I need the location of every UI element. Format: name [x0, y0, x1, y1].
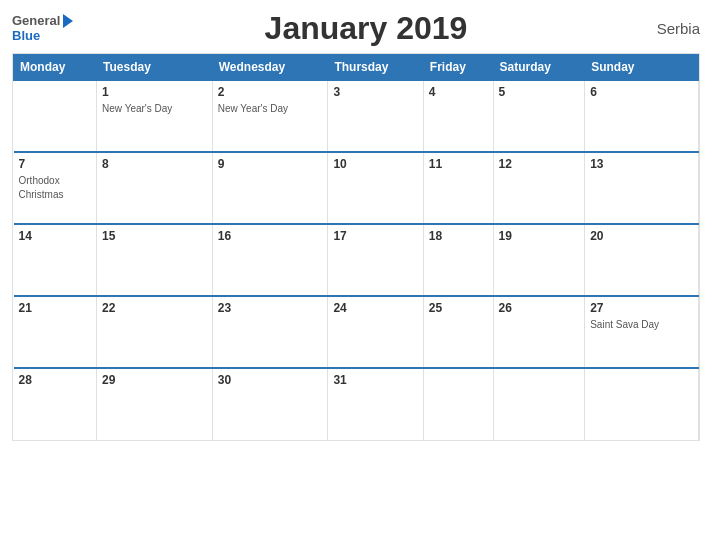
calendar-cell: 27Saint Sava Day — [585, 296, 699, 368]
day-number: 22 — [102, 301, 207, 315]
calendar-cell: 14 — [14, 224, 97, 296]
day-number: 12 — [499, 157, 580, 171]
calendar-body: 1New Year's Day2New Year's Day34567Ortho… — [14, 80, 699, 440]
day-header-monday: Monday — [14, 55, 97, 81]
calendar-cell: 10 — [328, 152, 423, 224]
calendar-cell: 1New Year's Day — [97, 80, 213, 152]
calendar-cell: 30 — [212, 368, 328, 440]
calendar-cell: 8 — [97, 152, 213, 224]
calendar-cell: 28 — [14, 368, 97, 440]
calendar-table: MondayTuesdayWednesdayThursdayFridaySatu… — [13, 54, 699, 440]
logo-blue: Blue — [12, 29, 92, 43]
day-number: 5 — [499, 85, 580, 99]
event-label: Saint Sava Day — [590, 319, 659, 330]
day-number: 14 — [19, 229, 92, 243]
calendar-cell: 29 — [97, 368, 213, 440]
calendar-cell: 20 — [585, 224, 699, 296]
day-number: 10 — [333, 157, 417, 171]
calendar-cell: 24 — [328, 296, 423, 368]
calendar-cell: 9 — [212, 152, 328, 224]
calendar-cell: 13 — [585, 152, 699, 224]
day-header-friday: Friday — [423, 55, 493, 81]
day-number: 16 — [218, 229, 323, 243]
day-number: 27 — [590, 301, 693, 315]
calendar-cell — [585, 368, 699, 440]
day-number: 21 — [19, 301, 92, 315]
logo: General Blue — [12, 14, 92, 43]
calendar-cell: 31 — [328, 368, 423, 440]
days-header-row: MondayTuesdayWednesdayThursdayFridaySatu… — [14, 55, 699, 81]
calendar-cell: 15 — [97, 224, 213, 296]
day-number: 24 — [333, 301, 417, 315]
day-header-sunday: Sunday — [585, 55, 699, 81]
calendar-cell: 19 — [493, 224, 585, 296]
day-number: 17 — [333, 229, 417, 243]
header: General Blue January 2019 Serbia — [12, 10, 700, 47]
day-number: 11 — [429, 157, 488, 171]
day-number: 18 — [429, 229, 488, 243]
calendar-cell: 26 — [493, 296, 585, 368]
country-label: Serbia — [640, 20, 700, 37]
page: General Blue January 2019 Serbia MondayT… — [0, 0, 712, 550]
calendar-week-row: 7Orthodox Christmas8910111213 — [14, 152, 699, 224]
calendar-cell: 18 — [423, 224, 493, 296]
logo-triangle-icon — [63, 14, 73, 28]
day-number: 23 — [218, 301, 323, 315]
day-number: 30 — [218, 373, 323, 387]
event-label: Orthodox Christmas — [19, 175, 64, 200]
day-number: 25 — [429, 301, 488, 315]
calendar-cell: 3 — [328, 80, 423, 152]
day-number: 3 — [333, 85, 417, 99]
day-number: 6 — [590, 85, 693, 99]
calendar-cell: 22 — [97, 296, 213, 368]
day-header-tuesday: Tuesday — [97, 55, 213, 81]
calendar-cell: 16 — [212, 224, 328, 296]
calendar-week-row: 1New Year's Day2New Year's Day3456 — [14, 80, 699, 152]
calendar-cell: 5 — [493, 80, 585, 152]
day-number: 2 — [218, 85, 323, 99]
calendar-cell: 4 — [423, 80, 493, 152]
day-number: 29 — [102, 373, 207, 387]
calendar-week-row: 21222324252627Saint Sava Day — [14, 296, 699, 368]
event-label: New Year's Day — [102, 103, 172, 114]
day-number: 13 — [590, 157, 693, 171]
calendar-cell: 12 — [493, 152, 585, 224]
calendar-cell: 21 — [14, 296, 97, 368]
calendar-cell: 25 — [423, 296, 493, 368]
day-number: 1 — [102, 85, 207, 99]
calendar-cell — [14, 80, 97, 152]
event-label: New Year's Day — [218, 103, 288, 114]
calendar-header: MondayTuesdayWednesdayThursdayFridaySatu… — [14, 55, 699, 81]
day-number: 4 — [429, 85, 488, 99]
calendar-cell: 11 — [423, 152, 493, 224]
calendar-cell: 2New Year's Day — [212, 80, 328, 152]
calendar-cell — [423, 368, 493, 440]
day-header-wednesday: Wednesday — [212, 55, 328, 81]
calendar-week-row: 28293031 — [14, 368, 699, 440]
day-number: 15 — [102, 229, 207, 243]
day-number: 19 — [499, 229, 580, 243]
day-number: 9 — [218, 157, 323, 171]
day-number: 31 — [333, 373, 417, 387]
calendar-week-row: 14151617181920 — [14, 224, 699, 296]
calendar-cell: 17 — [328, 224, 423, 296]
calendar-cell: 6 — [585, 80, 699, 152]
calendar-cell: 7Orthodox Christmas — [14, 152, 97, 224]
day-number: 7 — [19, 157, 92, 171]
calendar-title: January 2019 — [92, 10, 640, 47]
day-header-saturday: Saturday — [493, 55, 585, 81]
day-number: 8 — [102, 157, 207, 171]
day-number: 28 — [19, 373, 92, 387]
calendar-wrapper: MondayTuesdayWednesdayThursdayFridaySatu… — [12, 53, 700, 441]
day-header-thursday: Thursday — [328, 55, 423, 81]
day-number: 26 — [499, 301, 580, 315]
calendar-cell — [493, 368, 585, 440]
calendar-cell: 23 — [212, 296, 328, 368]
day-number: 20 — [590, 229, 693, 243]
logo-general: General — [12, 14, 60, 28]
